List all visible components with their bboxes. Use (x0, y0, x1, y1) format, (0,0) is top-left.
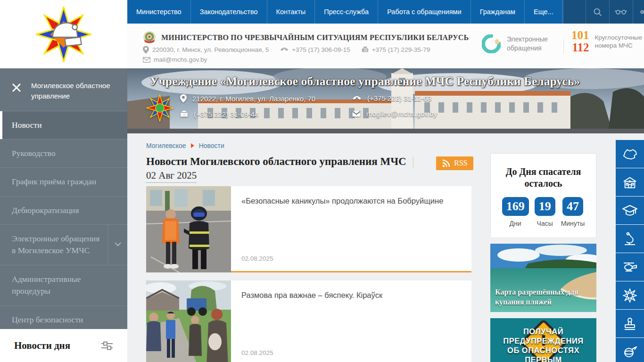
countdown-hours: 19 Часы (535, 197, 555, 227)
link-aviation[interactable] (616, 253, 644, 281)
globe-orbit-icon (622, 345, 637, 359)
news-of-day-panel[interactable]: Новости дня (0, 329, 127, 362)
nav-item-press[interactable]: Пресс-служба (315, 0, 378, 24)
page-title: Новости Могилевского областного управлен… (146, 156, 406, 168)
filter-sliders-icon[interactable] (101, 340, 113, 351)
countdown-days: 169 Дни (502, 197, 529, 227)
news-photo-kids-firefighter (146, 186, 231, 272)
link-international[interactable] (616, 338, 644, 362)
rss-icon (442, 159, 450, 167)
mail-icon (352, 111, 361, 117)
sidebar-item-admin-procedures[interactable]: Административные процедуры (0, 265, 127, 306)
belarus-map-icon (622, 148, 637, 161)
news-card[interactable]: «Безопасные каникулы» продолжаются на Бо… (146, 186, 471, 272)
sidebar-item-leadership[interactable]: Руководство (0, 140, 127, 168)
mail-icon (143, 57, 150, 63)
location-pin-icon (143, 46, 149, 54)
electronic-appeals-widget[interactable]: Электронные обращения (482, 34, 559, 53)
news-title: «Безопасные каникулы» продолжаются на Бо… (241, 196, 460, 206)
top-navigation: Министерство Законодательство Контакты П… (127, 0, 644, 24)
header-divider (563, 39, 564, 53)
graduation-cap-icon (622, 204, 638, 217)
nav-item-citizens[interactable]: Гражданам (471, 0, 525, 24)
header-phone: +375 (17) 306-09-15 (280, 46, 350, 53)
region-email[interactable]: mogilev@mchs.gov.by (352, 110, 524, 118)
location-pin-icon (180, 94, 187, 103)
search-icon (593, 7, 603, 17)
countdown-hours-label: Часы (537, 220, 553, 227)
mchs-star-logo (36, 7, 91, 62)
ministry-title[interactable]: МИНИСТЕРСТВО ПО ЧРЕЗВЫЧАЙНЫМ СИТУАЦИЯМ Р… (161, 33, 469, 42)
region-phone: (+375 222) 31-11-63 (352, 94, 524, 102)
news-title: Размова пра важнае – бяспеку. Кіраўск (241, 290, 460, 301)
hotline-112: 112 (571, 41, 589, 54)
region-title[interactable]: Учреждение «Могилевское областное управл… (150, 75, 644, 88)
link-belarus-map[interactable] (616, 140, 644, 168)
link-licensing[interactable] (616, 310, 644, 337)
beach-map-banner[interactable]: Карта разрешённых для купания пляжей (490, 244, 596, 312)
nav-item-ministry[interactable]: Министерство (127, 0, 191, 24)
e-appeals-label: Электронные обращения (507, 35, 559, 53)
region-contacts: 212022, г. Могилев, ул. Лазаренко, 70 (+… (180, 94, 524, 118)
link-mchs-emblem[interactable] (616, 281, 644, 309)
accessibility-button[interactable] (609, 0, 633, 24)
region-fax: (+375 222) 31-09-44 (180, 110, 352, 118)
chevron-down-icon[interactable] (115, 242, 121, 247)
alert-banner-label: ПОЛУЧАЙ ПРЕДУПРЕЖДЕНИЯ ОБ ОПАСНОСТЯХ ПЕР… (496, 327, 591, 362)
countdown-hours-value: 19 (535, 197, 555, 216)
breadcrumb-arrow-icon (191, 143, 194, 148)
nav-icon-group: Рус (563, 0, 644, 24)
nav-item-contacts[interactable]: Контакты (267, 0, 315, 24)
news-of-day-label: Новости дня (14, 340, 70, 352)
news-card[interactable]: Размова пра важнае – бяспеку. Кіраўск 02… (146, 280, 471, 362)
phone-icon (280, 47, 289, 53)
danger-alerts-banner[interactable]: ПОЛУЧАЙ ПРЕДУПРЕЖДЕНИЯ ОБ ОПАСНОСТЯХ ПЕР… (490, 318, 596, 362)
countdown-title: До Дня спасателя осталось (491, 166, 596, 189)
mchs-logo-area[interactable] (0, 0, 127, 68)
quick-links-strip (616, 140, 644, 362)
breadcrumb-news[interactable]: Новости (199, 142, 224, 149)
sidebar-item-e-appeals[interactable]: Электронные обращения в Могилевское УМЧС (0, 225, 127, 265)
breadcrumb-region[interactable]: Могилевское (146, 142, 186, 149)
date-filter[interactable]: 02 Авг 2025 (146, 170, 197, 183)
star-badge-icon (623, 288, 637, 303)
search-button[interactable] (586, 0, 609, 24)
helicopter-icon (622, 261, 638, 273)
nav-item-legislation[interactable]: Законодательство (191, 0, 267, 24)
news-date: 02.08.2025 (241, 349, 273, 356)
share-button[interactable] (633, 0, 644, 24)
breadcrumb: Могилевское Новости (146, 142, 224, 149)
link-institution[interactable] (616, 168, 644, 196)
fax-icon (362, 46, 369, 53)
sidebar-item-debureaucratization[interactable]: Дебюрократизация (0, 197, 127, 225)
microscope-icon (623, 232, 637, 246)
academy-building-icon (622, 175, 637, 189)
nav-item-appeals[interactable]: Работа с обращениями (378, 0, 471, 24)
header-contacts: 220030, г. Минск, ул. Революционная, 5 +… (143, 46, 430, 54)
region-banner: Учреждение «Могилевское областное управл… (127, 68, 644, 133)
nav-spacer (563, 0, 586, 24)
belarus-coat-of-arms-icon (143, 31, 156, 44)
rss-button[interactable]: RSS (436, 156, 473, 170)
header-fax: +375 (17) 229-35-79 (362, 46, 430, 53)
page-title-row: Новости Могилевского областного управлен… (146, 156, 471, 168)
glasses-icon (615, 8, 627, 15)
title-divider (413, 157, 413, 167)
header-email[interactable]: mail@mchs.gov.by (143, 56, 207, 63)
countdown-minutes-value: 47 (562, 197, 583, 216)
link-education[interactable] (616, 197, 644, 224)
beach-banner-label: Карта разрешённых для купания пляжей (495, 288, 580, 307)
phone-icon (352, 95, 362, 102)
fax-icon (180, 110, 188, 118)
close-icon[interactable] (11, 82, 22, 93)
sidebar-menu: Могилевское областное управление Новости… (0, 68, 127, 362)
sidebar-item-reception-schedule[interactable]: График приёма граждан (0, 168, 127, 196)
link-science[interactable] (616, 225, 644, 253)
sidebar-item-news[interactable]: Новости (0, 111, 127, 140)
sidebar-header: Могилевское областное управление (0, 68, 127, 111)
nav-item-more[interactable]: Еще... (525, 0, 563, 24)
site-header: МИНИСТЕРСТВО ПО ЧРЕЗВЫЧАЙНЫМ СИТУАЦИЯМ Р… (127, 24, 644, 68)
share-icon (640, 7, 644, 17)
hotline-widget: 101 112 Круглосуточные номера МЧС (571, 29, 644, 54)
countdown-days-label: Дни (510, 220, 521, 227)
